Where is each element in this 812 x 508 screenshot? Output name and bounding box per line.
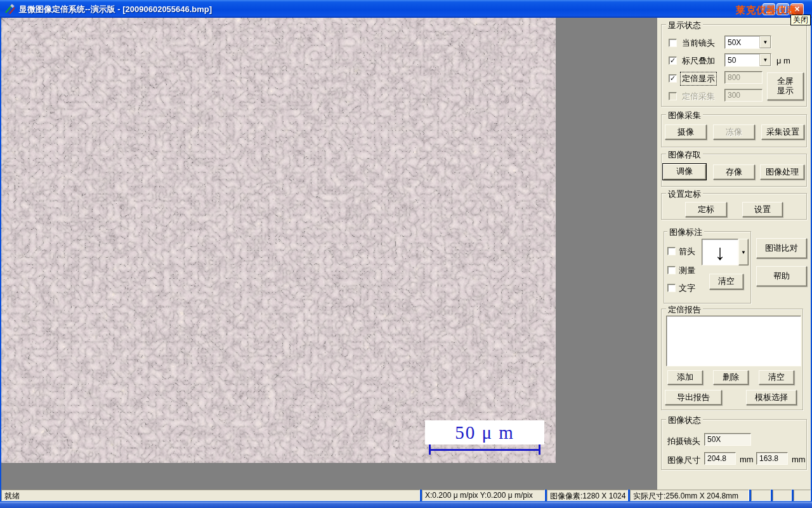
arrow-label: 箭头: [679, 246, 695, 257]
scale-overlay-unit: μ m: [776, 56, 790, 65]
report-delete-button[interactable]: 删除: [713, 370, 749, 385]
current-lens-checkbox[interactable]: [669, 39, 677, 47]
text-label: 文字: [679, 283, 695, 294]
group-image-storage-title: 图像存取: [666, 149, 703, 161]
title-bar: 显微图像定倍系统--演示版 - [20090602055646.bmp] ×: [0, 0, 812, 18]
image-height-unit: mm: [792, 455, 806, 464]
taskbar-strip: [0, 502, 812, 508]
scale-bar-rule: [429, 449, 540, 451]
check-icon: ✓: [670, 74, 676, 82]
status-empty-panel-3: [794, 490, 811, 501]
report-clear-button[interactable]: 清空: [759, 370, 794, 385]
arrow-style-preview[interactable]: ↓: [702, 239, 738, 265]
freeze-button: 冻像: [713, 124, 755, 140]
template-select-button[interactable]: 模板选择: [746, 390, 797, 405]
scale-bar-label: 50 μ m: [425, 420, 544, 444]
chevron-down-icon[interactable]: ▼: [759, 36, 771, 48]
report-listbox[interactable]: [666, 316, 801, 366]
current-lens-select[interactable]: 50X ▼: [724, 36, 771, 49]
scale-bar-tick-right: [539, 444, 540, 455]
scale-overlay-select[interactable]: 50 ▼: [724, 53, 771, 67]
micrograph-viewport[interactable]: [1, 18, 556, 463]
scale-overlay-label: 标尺叠加: [682, 55, 715, 67]
measure-checkbox[interactable]: [667, 266, 676, 274]
atlas-compare-button[interactable]: 图谱比对: [756, 238, 807, 258]
status-empty-panel-2: [773, 490, 792, 501]
measure-label: 测量: [679, 265, 695, 276]
export-report-button[interactable]: 导出报告: [665, 390, 722, 405]
fixed-display-label[interactable]: 定倍显示: [681, 72, 716, 85]
calibrate-button[interactable]: 定标: [685, 202, 727, 217]
current-lens-label: 当前镜头: [682, 37, 715, 49]
arrow-down-icon: ↓: [715, 240, 726, 265]
fullscreen-button[interactable]: 全屏 显示: [767, 72, 804, 100]
capture-settings-button[interactable]: 采集设置: [761, 124, 804, 140]
capture-button[interactable]: 摄像: [665, 124, 707, 140]
image-height-field[interactable]: 163.8: [756, 452, 788, 465]
annotation-clear-button[interactable]: 清空: [709, 274, 743, 290]
help-button[interactable]: 帮助: [756, 266, 807, 286]
app-icon: [4, 3, 15, 15]
group-display-status-title: 显示状态: [666, 20, 703, 31]
group-calibration-title: 设置定标: [666, 189, 703, 200]
current-lens-value: 50X: [725, 36, 759, 48]
group-image-status-title: 图像状态: [666, 415, 703, 426]
status-ready-panel: 就绪: [1, 490, 420, 501]
group-annotation-title: 图像标注: [667, 227, 704, 238]
fixed-display-checkbox[interactable]: ✓: [669, 74, 677, 83]
save-image-button[interactable]: 存像: [713, 164, 755, 180]
image-width-unit: mm: [740, 455, 754, 464]
close-tooltip: 关闭: [790, 15, 811, 25]
vendor-watermark: 莱克仪器仪表: [736, 4, 797, 17]
report-add-button[interactable]: 添加: [667, 370, 703, 385]
calibration-settings-button[interactable]: 设置: [742, 202, 783, 217]
chevron-down-icon: ▼: [741, 250, 746, 255]
fixed-capture-label: 定倍采集: [682, 91, 715, 102]
chevron-down-icon[interactable]: ▼: [759, 54, 771, 66]
micrograph-image: [1, 18, 556, 463]
image-size-label: 图像尺寸: [667, 455, 700, 466]
app-window: 显微图像定倍系统--演示版 - [20090602055646.bmp] × 莱…: [0, 0, 812, 508]
shoot-lens-label: 拍摄镜头: [667, 436, 700, 447]
load-image-button[interactable]: 调像: [663, 164, 706, 180]
fullscreen-button-line2: 显示: [777, 86, 794, 96]
fixed-display-field: 800: [724, 71, 763, 84]
status-pixel-scale-panel: X:0.200 μ m/pix Y:0.200 μ m/pix: [422, 490, 545, 501]
fixed-capture-checkbox: [669, 92, 677, 100]
text-checkbox[interactable]: [667, 284, 676, 292]
status-actual-size-panel: 实际尺寸:256.0mm X 204.8mm: [630, 490, 749, 501]
check-icon: ✓: [670, 57, 676, 64]
fullscreen-button-line1: 全屏: [777, 77, 794, 86]
group-report-title: 定倍报告: [666, 304, 703, 316]
status-image-pixels-panel: 图像像素:1280 X 1024: [547, 490, 628, 501]
fixed-capture-field: 300: [724, 89, 763, 102]
group-image-capture-title: 图像采集: [666, 110, 703, 121]
arrow-checkbox[interactable]: [667, 247, 676, 255]
scale-overlay-value: 50: [725, 54, 759, 66]
window-title: 显微图像定倍系统--演示版 - [20090602055646.bmp]: [19, 4, 212, 15]
scale-bar-line: [429, 444, 540, 455]
scale-overlay-checkbox[interactable]: ✓: [669, 57, 677, 65]
image-width-field[interactable]: 204.8: [704, 452, 736, 465]
arrow-style-dropdown-button[interactable]: ▼: [738, 239, 749, 265]
shoot-lens-field[interactable]: 50X: [704, 433, 751, 446]
image-processing-button[interactable]: 图像处理: [760, 164, 804, 180]
status-empty-panel-1: [751, 490, 771, 501]
